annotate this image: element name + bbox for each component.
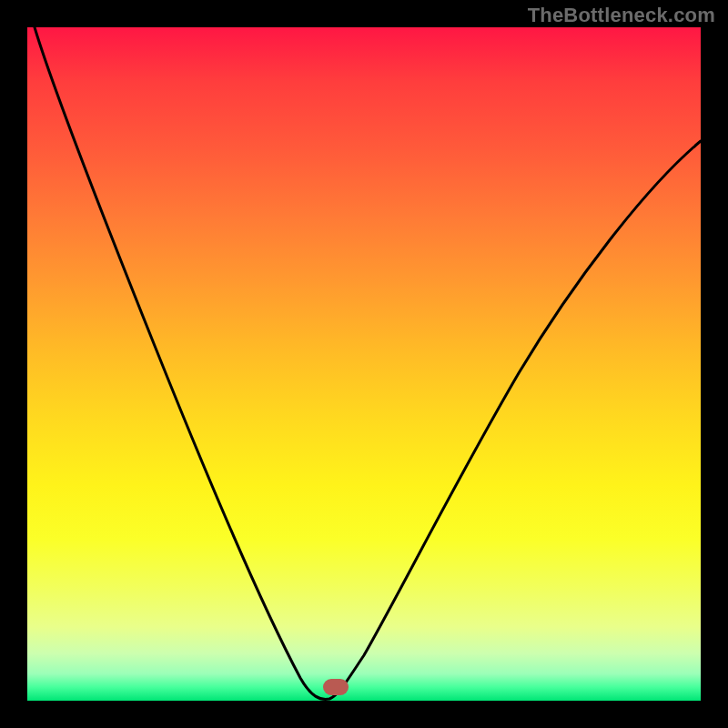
chart-frame: TheBottleneck.com (0, 0, 728, 728)
plot-area (27, 27, 701, 701)
optimal-point-marker (323, 679, 349, 695)
attribution-label: TheBottleneck.com (528, 4, 715, 27)
curve-path (35, 27, 701, 699)
bottleneck-curve (27, 27, 701, 701)
